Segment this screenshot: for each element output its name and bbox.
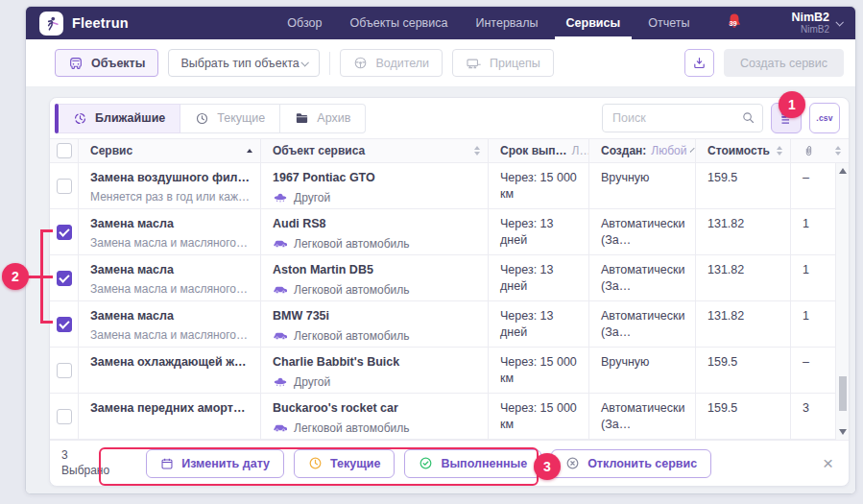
select-all-checkbox[interactable]: [57, 143, 72, 158]
table-row[interactable]: Замена масла Замена масла и масляного фи…: [50, 255, 849, 301]
nav-intervals[interactable]: Интервалы: [475, 7, 538, 39]
created-value: Вручную: [589, 348, 696, 393]
table-row[interactable]: Замена охлаждающей жидкости Charlie Babb…: [50, 348, 849, 394]
table-body: Замена воздушного фильтра Меняется раз в…: [50, 163, 849, 440]
create-service-button[interactable]: Создать сервис: [724, 49, 844, 77]
term-value: Через: 13 дней: [489, 255, 589, 300]
car-icon: [273, 238, 288, 249]
service-name: Замена масла: [90, 262, 251, 278]
paperclip-icon: [803, 144, 815, 157]
row-checkbox[interactable]: [57, 317, 72, 332]
fleetrun-logo[interactable]: [39, 12, 63, 36]
object-type: Другой: [294, 190, 330, 205]
filter-toolbar: Объекты Выбрать тип объекта Водители При…: [26, 39, 855, 87]
page-content: Ближайшие Текущие Ар: [26, 87, 855, 493]
car-icon: [273, 284, 288, 295]
object-type: Другой: [294, 374, 330, 390]
object-type: Легковой автомобиль: [294, 420, 410, 436]
row-checkbox[interactable]: [57, 363, 72, 378]
notifications-button[interactable]: 39: [725, 12, 744, 35]
user-menu[interactable]: NimB2 NimB2: [791, 11, 842, 36]
object-name: Audi RS8: [273, 216, 478, 232]
search-input[interactable]: [602, 104, 763, 132]
header-cost[interactable]: Стоимость: [696, 139, 791, 162]
term-value: Через: 13 дней: [489, 301, 589, 347]
trailers-button[interactable]: Прицепы: [452, 49, 554, 77]
table-row[interactable]: Замена масла Замена масла и масляного фи…: [50, 209, 849, 255]
object-type: Легковой автомобиль: [294, 236, 410, 252]
term-value: Через: 15 000 км: [489, 394, 589, 439]
clock-icon: [195, 111, 209, 126]
vertical-scrollbar[interactable]: [835, 163, 849, 440]
object-name: BMW 735i: [273, 308, 478, 324]
trailer-icon: [466, 57, 482, 70]
car-icon: [273, 330, 288, 341]
close-selection-icon[interactable]: ×: [823, 454, 833, 472]
reject-service-button[interactable]: Отклонить сервис: [551, 449, 711, 478]
active-tab-accent: [55, 104, 59, 133]
tab-current[interactable]: Текущие: [180, 104, 280, 133]
header-object[interactable]: Объект сервиса: [261, 139, 489, 162]
object-type: Легковой автомобиль: [294, 282, 410, 298]
user-name: NimB2: [791, 11, 829, 24]
folder-icon: [295, 111, 309, 125]
import-button[interactable]: [684, 49, 714, 77]
object-name: Buckaroo's rocket car: [273, 400, 478, 417]
row-checkbox[interactable]: [57, 225, 72, 240]
header-attachments[interactable]: [791, 139, 849, 162]
list-tabs: Ближайшие Текущие Ар: [58, 104, 366, 133]
annotation-circle-2: 2: [2, 263, 29, 290]
header-term[interactable]: Срок вып… Л…: [489, 139, 589, 162]
scroll-up-arrow[interactable]: [839, 168, 847, 174]
cost-value: 131.82: [696, 255, 791, 300]
nav-services[interactable]: Сервисы: [566, 7, 621, 39]
main-nav: Обзор Объекты сервиса Интервалы Сервисы …: [287, 7, 842, 39]
scroll-down-arrow[interactable]: [839, 429, 847, 435]
table-row[interactable]: Замена воздушного фильтра Меняется раз в…: [50, 163, 849, 209]
sort-icon[interactable]: [474, 146, 480, 156]
brand-name: Fleetrun: [72, 15, 129, 31]
table-row[interactable]: Замена передних амортизаторов Buckaroo's…: [50, 394, 849, 440]
export-csv-button[interactable]: .csv: [809, 103, 840, 133]
service-name: Замена масла: [90, 308, 251, 324]
term-value: Через: 13 дней: [489, 209, 589, 254]
select-all-cell: [50, 139, 79, 162]
row-checkbox[interactable]: [57, 179, 72, 194]
nav-reports[interactable]: Отчеты: [648, 7, 689, 39]
cost-value: 159.5: [696, 348, 791, 393]
created-value: Автоматически (За…: [589, 301, 696, 347]
chevron-down-icon: [690, 148, 695, 153]
ufo-icon: [273, 376, 288, 387]
tab-nearest[interactable]: Ближайшие: [58, 104, 180, 133]
service-name: Замена воздушного фильтра: [90, 170, 251, 186]
row-checkbox[interactable]: [57, 409, 72, 424]
scrollbar-thumb[interactable]: [839, 376, 847, 411]
table-row[interactable]: Замена масла Замена масла и масляного фи…: [50, 301, 849, 348]
header-service[interactable]: Сервис: [79, 139, 261, 162]
annotation-bracket-stub: [40, 321, 53, 324]
ufo-icon: [273, 192, 288, 203]
sort-asc-icon[interactable]: [247, 149, 252, 153]
row-checkbox[interactable]: [57, 271, 72, 286]
objects-button[interactable]: Объекты: [55, 49, 158, 77]
app-window: Fleetrun Обзор Объекты сервиса Интервалы…: [25, 6, 856, 494]
created-value: Вручную: [589, 163, 696, 208]
runner-icon: [43, 15, 60, 32]
sort-icon[interactable]: [777, 146, 782, 156]
table-header: Сервис Объект сервиса Срок вып… Л… Созда…: [50, 138, 849, 163]
drivers-button[interactable]: Водители: [340, 49, 443, 77]
header-created[interactable]: Создан: Любой: [589, 139, 696, 162]
nav-service-objects[interactable]: Объекты сервиса: [349, 7, 447, 39]
chevron-down-icon: [835, 18, 843, 26]
notification-count-badge: 39: [729, 19, 736, 28]
annotation-circle-1: 1: [779, 91, 805, 118]
sort-icon[interactable]: [835, 146, 841, 156]
tab-archive[interactable]: Архив: [280, 104, 366, 133]
object-name: 1967 Pontiac GTO: [273, 170, 478, 186]
object-type-select[interactable]: Выбрать тип объекта: [168, 49, 320, 77]
annotation-rect-3: [99, 447, 539, 486]
cost-value: 159.5: [696, 394, 791, 439]
user-account: NimB2: [801, 24, 829, 36]
chevron-down-icon: [301, 59, 309, 66]
nav-overview[interactable]: Обзор: [287, 7, 322, 39]
